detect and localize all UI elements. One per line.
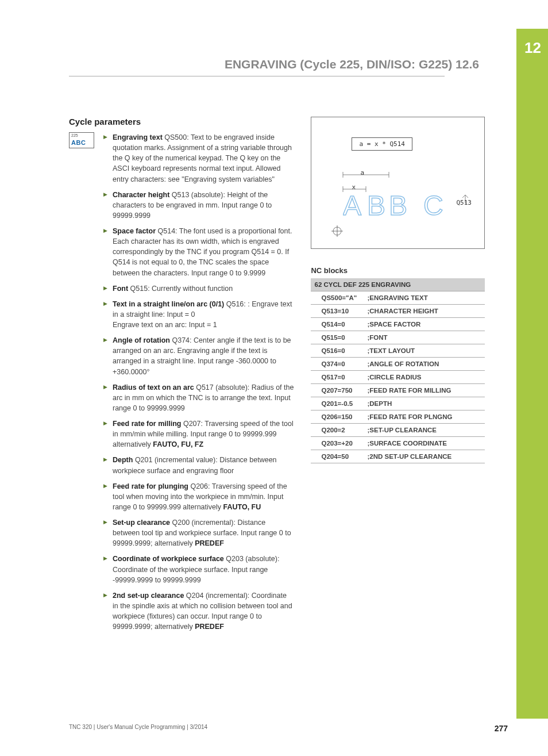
parameter-item: Text in a straight line/on arc (0/1) Q51… — [103, 299, 294, 330]
nc-param: Q515=0 — [311, 331, 364, 344]
nc-desc: ;TEXT LAYOUT — [364, 344, 485, 358]
svg-text:B: B — [389, 190, 407, 221]
nc-desc: ;SURFACE COORDINATE — [364, 437, 485, 450]
parameter-item: Character height Q513 (absolute): Height… — [103, 190, 294, 221]
nc-blocks-title: NC blocks — [311, 266, 485, 275]
nc-param: Q517=0 — [311, 371, 364, 384]
nc-row: Q203=+20;SURFACE COORDINATE — [311, 437, 485, 450]
parameter-item: Angle of rotation Q374: Center angle if … — [103, 335, 294, 377]
svg-text:B: B — [367, 190, 385, 221]
nc-desc: ;ENGRAVING TEXT — [364, 291, 485, 305]
nc-desc: ;FEED RATE FOR PLNGNG — [364, 410, 485, 424]
nc-desc: ;FEED RATE FOR MILLING — [364, 384, 485, 397]
diagram-letters: A B B C — [343, 186, 469, 227]
parameter-item: Radius of text on an arc Q517 (absolute)… — [103, 382, 294, 413]
nc-desc: ;CHARACTER HEIGHT — [364, 305, 485, 318]
nc-table: 62 CYCL DEF 225 ENGRAVING QS500="A";ENGR… — [311, 278, 485, 463]
nc-table-body: QS500="A";ENGRAVING TEXTQ513=10;CHARACTE… — [311, 291, 485, 463]
nc-param: Q514=0 — [311, 318, 364, 331]
nc-header-cell: 62 CYCL DEF 225 ENGRAVING — [311, 278, 485, 291]
nc-row: QS500="A";ENGRAVING TEXT — [311, 291, 485, 305]
nc-param: QS500="A" — [311, 291, 364, 305]
nc-desc: ;CIRCLE RADIUS — [364, 371, 485, 384]
nc-param: Q204=50 — [311, 450, 364, 463]
nc-row: Q204=50;2ND SET-UP CLEARANCE — [311, 450, 485, 463]
footer: TNC 320 | User's Manual Cycle Programmin… — [69, 724, 508, 733]
nc-row: Q516=0;TEXT LAYOUT — [311, 344, 485, 358]
parameter-item: Set-up clearance Q200 (incremental): Dis… — [103, 517, 294, 548]
header-title: ENGRAVING (Cycle 225, DIN/ISO: G225) 12.… — [225, 57, 479, 71]
page-number: 277 — [495, 724, 508, 733]
nc-row: Q374=0;ANGLE OF ROTATION — [311, 358, 485, 371]
diagram: a = x * Q514 a x Q513 A B — [311, 117, 485, 249]
nc-param: Q374=0 — [311, 358, 364, 371]
parameter-item: Coordinate of workpiece surface Q203 (ab… — [103, 554, 294, 585]
icon-number: 225 — [71, 133, 78, 137]
nc-desc: ;SET-UP CLEARANCE — [364, 424, 485, 437]
parameter-list: Engraving text QS500: Text to be engrave… — [103, 132, 294, 632]
origin-icon — [331, 225, 343, 237]
svg-text:C: C — [423, 190, 443, 221]
nc-param: Q203=+20 — [311, 437, 364, 450]
nc-header-row: 62 CYCL DEF 225 ENGRAVING — [311, 278, 485, 291]
section-title: Cycle parameters — [69, 117, 294, 126]
nc-row: Q207=750;FEED RATE FOR MILLING — [311, 384, 485, 397]
nc-desc: ;ANGLE OF ROTATION — [364, 358, 485, 371]
nc-param: Q200=2 — [311, 424, 364, 437]
nc-row: Q515=0;FONT — [311, 331, 485, 344]
cycle-icon: 225 ABC — [69, 132, 94, 148]
parameter-item: Engraving text QS500: Text to be engrave… — [103, 132, 294, 185]
nc-param: Q513=10 — [311, 305, 364, 318]
nc-desc: ;2ND SET-UP CLEARANCE — [364, 450, 485, 463]
parameter-item: Feed rate for plunging Q206: Traversing … — [103, 481, 294, 512]
parameter-item: Space factor Q514: The font used is a pr… — [103, 226, 294, 278]
nc-row: Q513=10;CHARACTER HEIGHT — [311, 305, 485, 318]
nc-row: Q517=0;CIRCLE RADIUS — [311, 371, 485, 384]
parameter-item: Feed rate for milling Q207: Traversing s… — [103, 419, 294, 450]
page-header: ENGRAVING (Cycle 225, DIN/ISO: G225) 12.… — [69, 57, 525, 76]
parameter-item: Depth Q201 (incremental value): Distance… — [103, 455, 294, 475]
nc-row: Q514=0;SPACE FACTOR — [311, 318, 485, 331]
nc-param: Q201=-0.5 — [311, 397, 364, 410]
parameter-item: Font Q515: Currently without function — [103, 283, 294, 294]
nc-param: Q516=0 — [311, 344, 364, 358]
nc-row: Q206=150;FEED RATE FOR PLNGNG — [311, 410, 485, 424]
nc-desc: ;DEPTH — [364, 397, 485, 410]
nc-desc: ;SPACE FACTOR — [364, 318, 485, 331]
nc-param: Q206=150 — [311, 410, 364, 424]
header-rule — [69, 76, 445, 76]
icon-text: ABC — [71, 140, 92, 146]
nc-param: Q207=750 — [311, 384, 364, 397]
nc-row: Q200=2;SET-UP CLEARANCE — [311, 424, 485, 437]
diagram-formula: a = x * Q514 — [352, 137, 412, 151]
nc-desc: ;FONT — [364, 331, 485, 344]
dim-a: a — [360, 169, 364, 176]
nc-row: Q201=-0.5;DEPTH — [311, 397, 485, 410]
footer-text: TNC 320 | User's Manual Cycle Programmin… — [69, 724, 207, 733]
parameter-item: 2nd set-up clearance Q204 (incremental):… — [103, 590, 294, 632]
svg-text:A: A — [343, 190, 361, 221]
